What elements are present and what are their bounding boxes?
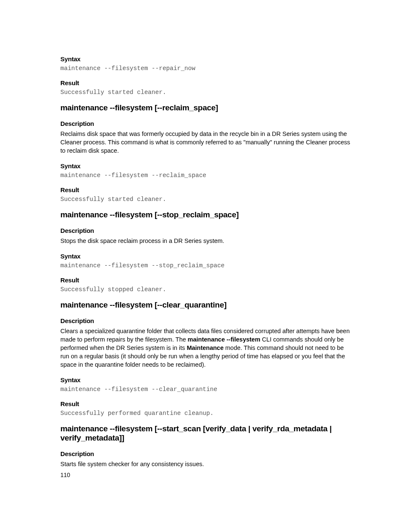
- syntax-code: maintenance --filesystem --stop_reclaim_…: [60, 262, 354, 269]
- result-code: Successfully started cleaner.: [60, 196, 354, 203]
- result-heading: Result: [60, 79, 354, 86]
- syntax-heading: Syntax: [60, 55, 354, 63]
- command-title: maintenance --filesystem [--start_scan […: [60, 424, 354, 443]
- description-text: Starts file system checker for any consi…: [60, 460, 354, 468]
- command-title: maintenance --filesystem [--reclaim_spac…: [60, 103, 354, 112]
- description-heading: Description: [60, 317, 354, 324]
- desc-bold: Maintenance: [187, 344, 223, 351]
- description-text: Stops the disk space reclaim process in …: [60, 237, 354, 245]
- result-code: Successfully started cleaner.: [60, 89, 354, 96]
- syntax-heading: Syntax: [60, 162, 354, 170]
- result-code: Successfully performed quarantine cleanu…: [60, 410, 354, 417]
- description-heading: Description: [60, 227, 354, 234]
- description-heading: Description: [60, 450, 354, 457]
- syntax-code: maintenance --filesystem --repair_now: [60, 65, 354, 72]
- result-heading: Result: [60, 400, 354, 407]
- result-code: Successfully stopped cleaner.: [60, 286, 354, 293]
- syntax-heading: Syntax: [60, 376, 354, 383]
- syntax-heading: Syntax: [60, 253, 354, 260]
- command-title: maintenance --filesystem [--clear_quaran…: [60, 300, 354, 310]
- page-content: Syntax maintenance --filesystem --repair…: [0, 0, 400, 501]
- command-title: maintenance --filesystem [--stop_reclaim…: [60, 210, 354, 219]
- syntax-code: maintenance --filesystem --reclaim_space: [60, 172, 354, 179]
- description-text: Clears a specialized quarantine folder t…: [60, 327, 354, 369]
- syntax-code: maintenance --filesystem --clear_quarant…: [60, 386, 354, 393]
- result-heading: Result: [60, 186, 354, 193]
- description-heading: Description: [60, 120, 354, 127]
- description-text: Reclaims disk space that was formerly oc…: [60, 130, 354, 155]
- result-heading: Result: [60, 276, 354, 284]
- desc-bold: maintenance --filesystem: [188, 336, 260, 343]
- page-number: 110: [60, 472, 70, 478]
